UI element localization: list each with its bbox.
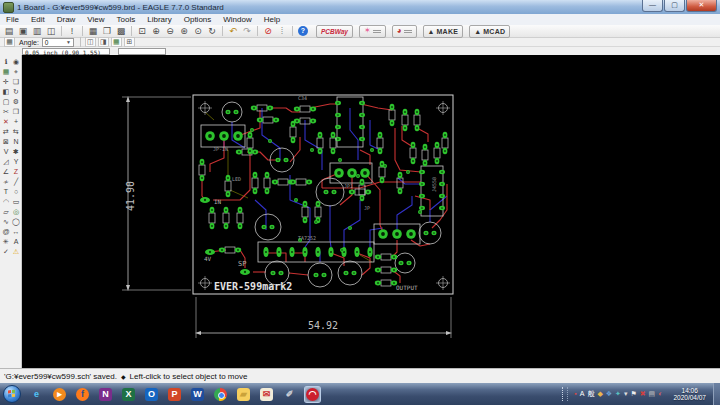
go-icon[interactable]: ⁞: [276, 25, 288, 37]
close-button[interactable]: ✕: [686, 0, 717, 12]
drc-tool[interactable]: ✓: [1, 247, 11, 257]
rect-tool[interactable]: ▭: [11, 197, 21, 207]
mcad-button[interactable]: ▲MCAD: [469, 25, 510, 38]
tray-grip[interactable]: [562, 387, 568, 401]
print-icon[interactable]: ▥: [31, 25, 43, 37]
taskbar-media-player[interactable]: ▸: [52, 387, 67, 402]
tray-icon-8[interactable]: ✖: [640, 389, 646, 399]
ratsnest-tool[interactable]: ✳: [1, 237, 11, 247]
maximize-button[interactable]: ▢: [664, 0, 685, 12]
route-tool[interactable]: Z: [11, 167, 21, 177]
open-icon[interactable]: ▤: [3, 25, 15, 37]
copy-tool[interactable]: ❏: [11, 77, 21, 87]
smash-tool[interactable]: ✱: [11, 147, 21, 157]
miter-tool[interactable]: ◿: [1, 157, 11, 167]
via-tool[interactable]: ◎: [11, 207, 21, 217]
tray-icon-9[interactable]: ▤: [649, 389, 656, 399]
stop-icon[interactable]: ⊘: [262, 25, 274, 37]
auto-tool[interactable]: A: [11, 237, 21, 247]
make-button[interactable]: ▲MAKE: [423, 25, 464, 38]
split-tool[interactable]: Y: [11, 157, 21, 167]
layer-settings-icon[interactable]: ❐: [101, 25, 113, 37]
dimension-tool[interactable]: ↔: [11, 227, 21, 237]
taskbar-internet-explorer[interactable]: e: [29, 387, 44, 402]
tray-icon-0[interactable]: ▪: [574, 389, 576, 399]
board-canvas[interactable]: 41.9054.92EVER-599mark2JP-ININLED4VSPOUT…: [22, 55, 720, 368]
circle-tool[interactable]: ○: [11, 187, 21, 197]
taskbar-folder[interactable]: ▰: [236, 387, 251, 402]
undo-icon[interactable]: ↶: [227, 25, 239, 37]
ripup-tool[interactable]: ≁: [1, 177, 11, 187]
fusion-pcb-button[interactable]: ✶: [359, 25, 386, 38]
tray-icon-6[interactable]: ▾: [624, 389, 628, 399]
attribute-tool[interactable]: @: [1, 227, 11, 237]
tray-icon-5[interactable]: ✦: [615, 389, 621, 399]
menu-options[interactable]: Options: [178, 14, 218, 25]
show-tool[interactable]: ◉: [11, 57, 21, 67]
taskbar-chrome[interactable]: [213, 387, 228, 402]
lock-tool[interactable]: ⊠: [1, 137, 11, 147]
tray-icon-7[interactable]: ⚑: [630, 389, 636, 399]
change-tool[interactable]: ⚙: [11, 97, 21, 107]
mirror-toggle-icon[interactable]: ◫: [85, 37, 96, 47]
menu-edit[interactable]: Edit: [25, 14, 51, 25]
menu-tools[interactable]: Tools: [111, 14, 142, 25]
help-icon[interactable]: ?: [298, 26, 308, 36]
taskbar-clock[interactable]: 14:06 2020/04/07: [673, 387, 706, 401]
zoom-last-icon[interactable]: ↻: [206, 25, 218, 37]
grid-on-icon[interactable]: ▦: [111, 37, 122, 47]
tray-icon-10[interactable]: ◐: [658, 389, 662, 399]
wire-tool[interactable]: ╱: [11, 177, 21, 187]
errors-tool[interactable]: ⚠: [11, 247, 21, 257]
minimize-button[interactable]: —: [642, 0, 663, 12]
zoom-out-icon[interactable]: ⊖: [164, 25, 176, 37]
taskbar-firefox[interactable]: f: [75, 387, 90, 402]
taskbar-pen[interactable]: ✐: [282, 387, 297, 402]
cut-tool[interactable]: ✂: [1, 107, 11, 117]
pcbway-button[interactable]: PCBWay: [316, 25, 353, 38]
mirror-tool[interactable]: ◧: [1, 87, 11, 97]
display-tool[interactable]: ▦: [1, 67, 11, 77]
tray-icon-3[interactable]: ◆: [597, 389, 602, 399]
tray-icon-1[interactable]: A: [580, 389, 585, 399]
menu-window[interactable]: Window: [217, 14, 257, 25]
rotate-step-icon[interactable]: ◨: [98, 37, 109, 47]
move-tool[interactable]: ✛: [1, 77, 11, 87]
value-tool[interactable]: V: [1, 147, 11, 157]
delete-tool[interactable]: ✕: [1, 117, 11, 127]
taskbar-onenote[interactable]: N: [98, 387, 113, 402]
layer-display-icon[interactable]: ▩: [115, 25, 127, 37]
angle-combobox[interactable]: 0 ▼: [42, 38, 74, 47]
zoom-in-icon[interactable]: ⊕: [150, 25, 162, 37]
menu-library[interactable]: Library: [141, 14, 177, 25]
start-button[interactable]: [3, 385, 21, 403]
menu-file[interactable]: File: [0, 14, 25, 25]
show-desktop-button[interactable]: [713, 383, 720, 405]
save-icon[interactable]: ▣: [17, 25, 29, 37]
zoom-redraw-icon[interactable]: ⊛: [178, 25, 190, 37]
zoom-select-icon[interactable]: ⊙: [192, 25, 204, 37]
menu-view[interactable]: View: [81, 14, 110, 25]
zoom-fit-icon[interactable]: ⊡: [136, 25, 148, 37]
menu-help[interactable]: Help: [258, 14, 286, 25]
mark-tool[interactable]: ⌖: [11, 67, 21, 77]
name-tool[interactable]: N: [11, 137, 21, 147]
hole-tool[interactable]: ◯: [11, 217, 21, 227]
add-tool[interactable]: +: [11, 117, 21, 127]
replace-tool[interactable]: ⇆: [11, 127, 21, 137]
run-script-icon[interactable]: !: [66, 25, 78, 37]
taskbar-powerpoint[interactable]: P: [167, 387, 182, 402]
export-image-icon[interactable]: ◫: [45, 25, 57, 37]
menu-draw[interactable]: Draw: [51, 14, 82, 25]
signal-tool[interactable]: ∿: [1, 217, 11, 227]
tray-icon-4[interactable]: ❖: [606, 389, 612, 399]
taskbar-mail[interactable]: ✉: [259, 387, 274, 402]
paste-tool[interactable]: ❐: [11, 107, 21, 117]
info-tool[interactable]: ℹ: [1, 57, 11, 67]
optimize-tool[interactable]: ∠: [1, 167, 11, 177]
command-line-input[interactable]: [118, 48, 166, 55]
taskbar-eagle[interactable]: ◠: [305, 387, 320, 402]
elecrow-button[interactable]: ◕: [392, 25, 417, 38]
text-tool[interactable]: T: [1, 187, 11, 197]
pinswap-tool[interactable]: ⇄: [1, 127, 11, 137]
